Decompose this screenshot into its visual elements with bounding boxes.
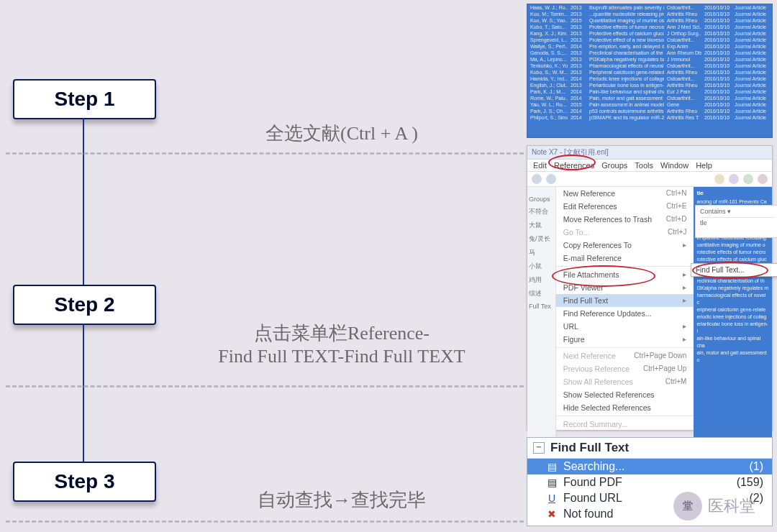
menu-edit[interactable]: Edit [533,161,547,170]
menu-groups[interactable]: Groups [601,161,627,170]
menu-item[interactable]: Find Full Text▸ [556,294,694,307]
reference-row[interactable]: Kang, X. J.; Kim...2013Protective effect… [527,30,772,37]
cell: Arthritis Rheu [667,17,701,24]
step-1-box: Step 1 [13,79,156,119]
title-snippet: ain, motor and gait assessment o [696,349,769,364]
menu-item[interactable]: Figure▸ [556,333,694,346]
title-snippet: rotective effects of tumor necro [696,249,769,256]
group-item[interactable]: 鸡用 [529,275,554,285]
reference-row[interactable]: Haas, W. J.; Ro...2013Ibuprofil attenuat… [527,4,772,11]
menu-item[interactable]: URL▸ [556,320,694,333]
group-item[interactable]: 马 [529,248,554,257]
title-snippet: eripheral calcitonin gene-relate [696,306,769,313]
cell: 2015 [571,101,586,108]
menu-item: Previous ReferenceCtrl+Page Up [556,362,694,375]
cell: 2016/10/10 [704,95,732,101]
menu-help[interactable]: Help [696,161,712,170]
cell: 2016/10/10 [704,17,732,24]
menu-references[interactable]: References [554,161,594,170]
reference-row[interactable]: Wallye, S.; Perf...2014Pre-emption, earl… [527,43,772,50]
shortcut-label: Ctrl+J [668,228,686,237]
status-row[interactable]: ▤Searching...(1) [527,459,772,474]
reference-row[interactable]: Hamida, Y.; Ind...2014Periodic knee inje… [527,75,772,82]
cell: Arthritis Rheu [667,11,701,17]
cell: Ostoarthrit... [667,63,701,69]
reference-row[interactable]: Kubo, S.; W. M...2013Peripheral calciton… [527,69,772,75]
group-item[interactable]: 小鼠 [529,262,554,271]
submenu-label: Find Full Text... [696,266,745,274]
cell: 2016/10/10 [704,88,732,95]
step-2-instruction: 点击菜单栏Reference- Find Full TEXT-Find Full… [165,322,518,368]
group-item[interactable]: Full Tex [529,303,554,310]
cell: Journal Article [735,4,769,11]
status-row[interactable]: ▤Found PDF(159) [527,474,772,490]
cell: Journal Article [735,82,769,88]
reference-row[interactable]: Park, K. J.; M....2014Pain-like behaviou… [527,88,772,95]
reference-row[interactable]: Sprengeveld, L...2013Protective effect o… [527,37,772,43]
reference-row[interactable]: Kubo, T.; Sato...2013Protective effects … [527,24,772,30]
cell: Hamida, Y.; Ind... [530,75,568,82]
menu-item[interactable]: Copy References To▸ [556,239,694,252]
reference-row[interactable]: Kuo, W. S.; Yao...2015Quantitative imagi… [527,17,772,24]
reference-row[interactable]: Yao, W. L.; Ru...2015Pain assessment in … [527,101,772,108]
menu-item[interactable]: Move References to TrashCtrl+D [556,213,694,226]
reference-row[interactable]: English, J.; Clut...2013Periarticular bo… [527,82,772,88]
title-snippet: I3Kalpha negatively regulates m [696,285,769,292]
panel-header[interactable]: − Find Full Text [527,438,772,459]
menu-separator [556,347,694,348]
reference-row[interactable]: Kuo, M.; Tomin...2013...quantite nucleot… [527,11,772,17]
collapse-icon[interactable]: − [533,442,545,454]
chevron-right-icon: ▸ [683,283,686,292]
menu-item[interactable]: PDF Viewer▸ [556,281,694,294]
menu-item[interactable]: Show Selected References [556,388,694,401]
status-label: Not found [563,508,613,520]
cell: 2016/10/10 [704,30,732,37]
menu-item[interactable]: File Attachments▸ [556,268,694,281]
cell: p53 controls autoimmune arthritis via ST… [589,108,664,114]
group-item[interactable]: 综述 [529,289,554,298]
cell: 2016/10/10 [704,24,732,30]
cell: Journal Article [735,37,769,43]
cell: Tenkohko, K.; Yo... [530,63,568,69]
menu-item[interactable]: Edit ReferencesCtrl+E [556,200,694,213]
menu-window[interactable]: Window [660,161,689,170]
chevron-right-icon: ▸ [683,270,686,279]
group-item[interactable]: 大鼠 [529,221,554,230]
status-label: Searching... [563,460,624,473]
reference-row[interactable]: Rome, W.; Palu...2014Pain, motor and gai… [527,95,772,101]
menu-tools[interactable]: Tools [635,161,653,170]
cell: 2013 [571,56,586,63]
cell: 2016/10/10 [704,56,732,63]
reference-row[interactable]: Philport, S.; Simo...2014p38MAPK and its… [527,114,772,121]
find-full-text-submenu[interactable]: Find Full Text... [691,263,777,277]
menu-bar: EditReferencesGroupsToolsWindowHelp [527,160,772,172]
menu-item-label: Copy References To [563,241,632,249]
chevron-right-icon: ▸ [683,322,686,331]
menu-item-label: Next Reference [563,352,616,360]
menu-item[interactable]: Hide Selected References [556,401,694,414]
menu-item-label: Show Selected References [563,390,655,399]
title-snippet: uantitative imaging of murine o [696,242,769,249]
menu-item[interactable]: New ReferenceCtrl+N [556,187,694,200]
cell: 2014 [571,95,586,101]
cell: Journal Article [735,50,769,56]
group-item[interactable]: 兔/灵长 [529,234,554,244]
group-item[interactable]: 不符合 [529,207,554,216]
menu-item-label: Find Reference Updates... [563,309,652,318]
cell: Ma, A.; Lepino... [530,56,568,63]
menu-separator [556,266,694,267]
shortcut-label: Ctrl+D [666,215,687,224]
group-item[interactable]: Groups [529,196,554,203]
reference-row[interactable]: Tenkohko, K.; Yo...2013Pharmacological e… [527,63,772,69]
reference-row[interactable]: Ma, A.; Lepino...2013PI3Kalpha negativel… [527,56,772,63]
menu-item[interactable]: E-mail Reference [556,252,694,265]
watermark-logo-icon: 堂 [673,492,702,520]
menu-item[interactable]: Find Reference Updates... [556,307,694,320]
cell: Journal Article [735,11,769,17]
reference-row[interactable]: Genoda, S. S.;...2013Preclinical charact… [527,50,772,56]
cell: Eur J Pain [667,88,701,95]
menu-item: Next ReferenceCtrl+Page Down [556,349,694,362]
url-icon: U [546,492,558,504]
cell: 2013 [571,37,586,43]
reference-row[interactable]: Park, J. S.; Oh...2014p53 controls autoi… [527,108,772,114]
